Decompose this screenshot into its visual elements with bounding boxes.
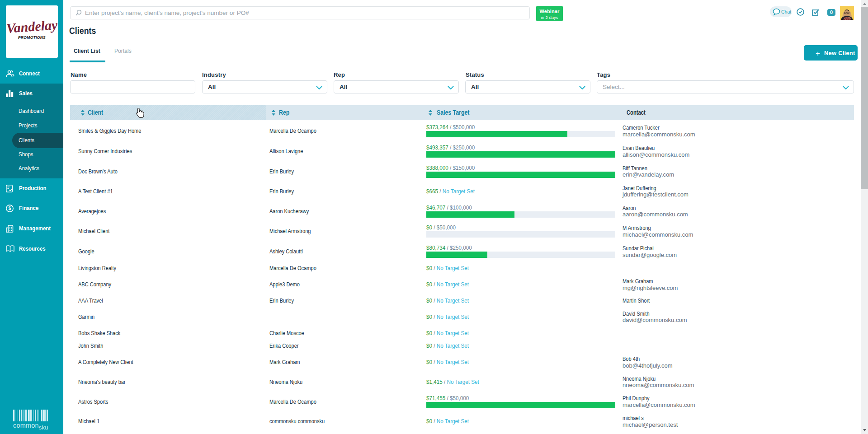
svg-text:$: $ — [9, 205, 11, 211]
